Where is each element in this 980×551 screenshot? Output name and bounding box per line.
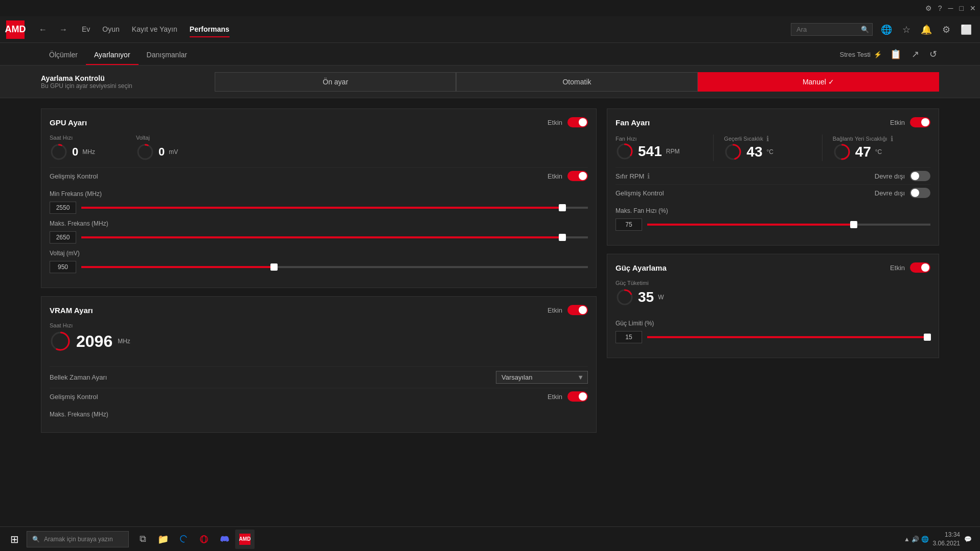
notification-icon[interactable]: 💬 xyxy=(964,536,972,543)
nav-forward-button[interactable]: → xyxy=(57,23,70,36)
system-tray-icons: ▲ 🔊 🌐 xyxy=(904,536,929,543)
fan-advanced-toggle-row: Devre dışı xyxy=(875,188,930,198)
nav-ev[interactable]: Ev xyxy=(82,22,90,37)
max-fan-slider-row: 75 xyxy=(616,218,930,231)
fan-panel-header: Fan Ayarı Etkin xyxy=(616,117,930,127)
fan-speed-value-row: 541 RPM xyxy=(616,142,703,161)
gpu-voltage-value: 0 xyxy=(158,145,165,159)
taskbar-search-placeholder: Aramak için buraya yazın xyxy=(44,536,113,543)
preset-otomatik[interactable]: Otomatik xyxy=(456,72,697,92)
gpu-advanced-toggle-label: Etkin xyxy=(548,172,562,180)
help-system-icon[interactable]: ? xyxy=(938,4,942,12)
memory-timing-select[interactable]: Varsayılan xyxy=(496,371,588,384)
nav-oyun[interactable]: Oyun xyxy=(102,22,119,37)
gpu-voltage-label: Voltaj xyxy=(136,135,178,141)
tab-danismanlar[interactable]: Danışmanlar xyxy=(139,46,195,65)
edge-icon xyxy=(179,535,188,544)
vram-clock-metric: Saat Hızı 2096 MHz xyxy=(50,322,588,359)
gpu-clock-label: Saat Hızı xyxy=(50,135,95,141)
minimize-button[interactable]: ─ xyxy=(948,4,953,12)
gpu-clock-metric: Saat Hızı 0 MHz xyxy=(50,135,95,161)
stres-testi-button[interactable]: Stres Testi ⚡ xyxy=(840,51,882,58)
fan-enable-toggle[interactable] xyxy=(910,117,930,127)
power-enable-toggle[interactable] xyxy=(910,262,930,273)
fan-panel-title: Fan Ayarı xyxy=(616,118,650,127)
tab-ayarlanıyor[interactable]: Ayarlanıyor xyxy=(86,46,139,65)
zero-rpm-info-icon[interactable]: ℹ xyxy=(647,172,650,180)
vram-advanced-toggle[interactable] xyxy=(567,391,588,402)
discord-icon xyxy=(220,535,229,544)
tab-olcumler[interactable]: Ölçümler xyxy=(41,46,86,65)
taskbar-search-icon: 🔍 xyxy=(32,536,40,543)
gpu-clock-value-row: 0 MHz xyxy=(50,143,95,161)
maximize-button[interactable]: □ xyxy=(960,4,964,12)
min-freq-slider[interactable] xyxy=(81,207,588,209)
power-panel-header: Güç Ayarlama Etkin xyxy=(616,262,930,273)
explorer-icon-btn[interactable]: 📁 xyxy=(153,530,173,549)
junction-temp-info-icon[interactable]: ℹ xyxy=(891,135,893,143)
min-freq-section: Min Frekans (MHz) 2550 xyxy=(50,190,588,214)
memory-timing-label: Bellek Zaman Ayarı xyxy=(50,373,107,381)
edge-icon-btn[interactable] xyxy=(174,530,193,549)
current-temp-col: Geçerli Sıcaklık ℹ 43 °C xyxy=(713,135,822,161)
voltage-mv-section: Voltaj (mV) 950 xyxy=(50,250,588,273)
vram-panel-header: VRAM Ayarı Etkin xyxy=(50,305,588,315)
gpu-voltage-dial xyxy=(136,143,154,161)
junction-temp-label: Bağlantı Yeri Sıcaklığı xyxy=(833,136,887,142)
gpu-voltage-value-row: 0 mV xyxy=(136,143,178,161)
export2-icon-btn[interactable]: ↗ xyxy=(909,47,921,62)
current-temp-label: Geçerli Sıcaklık xyxy=(724,136,763,142)
gear-icon-btn[interactable]: ⚙ xyxy=(940,22,952,37)
voltage-mv-label: Voltaj (mV) xyxy=(50,250,588,257)
taskbar-right: ▲ 🔊 🌐 13:34 3.06.2021 💬 xyxy=(904,531,976,548)
amd-icon-btn[interactable]: AMD xyxy=(235,530,255,549)
preset-on-ayar[interactable]: Ön ayar xyxy=(215,72,456,92)
max-freq-slider[interactable] xyxy=(81,236,588,238)
search-box: 🔍 xyxy=(791,23,873,36)
gpu-panel-header: GPU Ayarı Etkin xyxy=(50,117,588,127)
preset-manuel[interactable]: Manuel ✓ xyxy=(698,72,939,92)
min-freq-value-box: 2550 xyxy=(50,202,76,214)
nav-back-button[interactable]: ← xyxy=(37,23,49,36)
max-freq-slider-row: 2650 xyxy=(50,231,588,244)
zero-rpm-toggle[interactable] xyxy=(910,171,930,181)
fan-metrics-row: Fan Hızı 541 RPM Geçerli Sıcaklık ℹ xyxy=(616,135,930,161)
current-temp-dial xyxy=(724,143,742,161)
gpu-enable-toggle[interactable] xyxy=(567,117,588,127)
export1-icon-btn[interactable]: 📋 xyxy=(888,47,903,62)
max-fan-slider[interactable] xyxy=(647,224,930,226)
globe-icon-btn[interactable]: 🌐 xyxy=(879,22,894,37)
power-dial xyxy=(616,288,634,306)
discord-icon-btn[interactable] xyxy=(215,530,234,549)
opera-icon xyxy=(199,535,209,544)
gpu-metrics-row: Saat Hızı 0 MHz Voltaj xyxy=(50,135,588,161)
bell-icon-btn[interactable]: 🔔 xyxy=(919,22,934,37)
gpu-clock-unit: MHz xyxy=(82,148,95,156)
settings-system-icon[interactable]: ⚙ xyxy=(925,4,932,12)
nav-performans[interactable]: Performans xyxy=(190,22,230,37)
voltage-mv-slider[interactable] xyxy=(81,266,588,268)
task-view-icon-btn[interactable]: ⧉ xyxy=(133,530,152,549)
star-icon-btn[interactable]: ☆ xyxy=(900,22,913,37)
close-button[interactable]: ✕ xyxy=(970,4,976,12)
search-input[interactable] xyxy=(796,26,858,33)
refresh-icon-btn[interactable]: ↺ xyxy=(927,47,939,62)
amd-logo: AMD xyxy=(6,20,25,39)
gpu-advanced-toggle[interactable] xyxy=(567,171,588,181)
current-temp-info-icon[interactable]: ℹ xyxy=(766,135,769,143)
current-temp-value: 43 xyxy=(746,144,762,160)
vram-clock-dial xyxy=(50,330,71,352)
vram-enable-toggle[interactable] xyxy=(567,305,588,315)
gpu-voltage-metric: Voltaj 0 mV xyxy=(136,135,178,161)
power-limit-slider[interactable] xyxy=(647,336,930,338)
opera-icon-btn[interactable] xyxy=(194,530,214,549)
gpu-clock-value: 0 xyxy=(72,145,78,159)
taskbar-search-box[interactable]: 🔍 Aramak için buraya yazın xyxy=(27,531,129,547)
current-temp-value-row: 43 °C xyxy=(724,143,811,161)
nav-kayit[interactable]: Kayıt ve Yayın xyxy=(132,22,177,37)
svg-point-2 xyxy=(138,145,152,159)
share-icon-btn[interactable]: ⬜ xyxy=(959,22,974,37)
max-fan-label: Maks. Fan Hızı (%) xyxy=(616,207,930,214)
fan-advanced-toggle[interactable] xyxy=(910,188,930,198)
windows-start-button[interactable]: ⊞ xyxy=(4,529,25,549)
